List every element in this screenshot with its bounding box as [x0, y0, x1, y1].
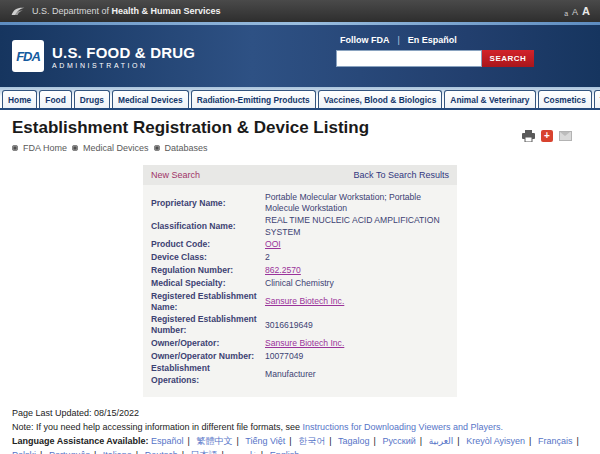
language-link[interactable]: فارسی	[230, 450, 267, 454]
hhs-eagle-icon	[10, 4, 26, 18]
nav-tab-vaccines-blood-biologics[interactable]: Vaccines, Blood & Biologics	[318, 90, 443, 108]
classification-name-value: REAL TIME NUCLEIC ACID AMPLIFICATION SYS…	[265, 215, 449, 237]
breadcrumb-fda-home[interactable]: FDA Home	[23, 143, 67, 153]
results-panel-body: Proprietary Name:Portable Molecular Work…	[143, 185, 457, 397]
brand-line1: U.S. FOOD & DRUG	[52, 44, 195, 61]
row-label: Proprietary Name:	[151, 198, 265, 209]
language-link[interactable]: Tagalog	[338, 436, 380, 446]
table-row: Owner/Operator Number:10077049	[151, 350, 449, 362]
table-row: Owner/Operator:Sansure Biotech Inc.	[151, 337, 449, 349]
language-link[interactable]: 日本語	[191, 450, 228, 454]
main-content: Establishment Registration & Device List…	[0, 110, 600, 454]
page-title: Establishment Registration & Device List…	[12, 118, 600, 138]
table-row: Registered Establishment Number:30166196…	[151, 314, 449, 336]
table-row: Device Class:2	[151, 252, 449, 264]
results-panel: New Search Back To Search Results Propri…	[143, 165, 457, 397]
viewers-players-link[interactable]: Instructions for Downloading Viewers and…	[303, 422, 503, 432]
language-link[interactable]: 한국어	[298, 436, 335, 446]
header-links: Follow FDA En Español	[340, 35, 566, 45]
nav-tab-cosmetics[interactable]: Cosmetics	[538, 90, 592, 108]
medical-specialty-value: Clinical Chemistry	[265, 278, 334, 289]
follow-fda-link[interactable]: Follow FDA	[340, 35, 408, 45]
results-panel-header: New Search Back To Search Results	[143, 165, 457, 185]
establishment-operations-value: Manufacturer	[265, 369, 316, 380]
nav-tab-radiation-emitting-products[interactable]: Radiation-Emitting Products	[191, 90, 316, 108]
row-label: Registered Establishment Name:	[151, 291, 265, 313]
main-nav: Home Food Drugs Medical Devices Radiatio…	[0, 87, 600, 110]
language-link[interactable]: English	[270, 450, 300, 454]
language-link[interactable]: العربية	[429, 436, 464, 446]
table-row: Registered Establishment Name:Sansure Bi…	[151, 291, 449, 313]
new-search-link[interactable]: New Search	[151, 170, 200, 180]
row-label: Owner/Operator:	[151, 338, 265, 349]
nav-tab-home[interactable]: Home	[2, 90, 37, 108]
nav-tab-animal-veterinary[interactable]: Animal & Veterinary	[444, 90, 535, 108]
gov-bar: U.S. Department of Health & Human Servic…	[0, 0, 600, 22]
language-assistance: Language Assistance Available: Español 繁…	[12, 435, 588, 454]
nav-tab-medical-devices[interactable]: Medical Devices	[112, 90, 189, 108]
font-size-large-button[interactable]: A	[582, 5, 590, 17]
row-label: Registered Establishment Number:	[151, 314, 265, 336]
breadcrumb: FDA Home Medical Devices Databases	[12, 143, 600, 153]
fda-brand: U.S. FOOD & DRUG ADMINISTRATION	[52, 44, 195, 69]
page-action-icons: +	[522, 130, 572, 142]
breadcrumb-medical-devices[interactable]: Medical Devices	[83, 143, 149, 153]
table-row: Regulation Number:862.2570	[151, 265, 449, 277]
header-search: SEARCH	[336, 50, 566, 67]
share-icon[interactable]: +	[541, 130, 553, 142]
header-search-button[interactable]: SEARCH	[482, 50, 534, 67]
language-link[interactable]: Español	[151, 436, 194, 446]
table-row: Establishment Operations:Manufacturer	[151, 363, 449, 385]
font-size-controls: a A A	[564, 5, 590, 17]
fda-logo[interactable]: FDA	[12, 40, 44, 72]
regulation-number-link[interactable]: 862.2570	[265, 265, 301, 276]
language-link[interactable]: Polski	[12, 450, 46, 454]
language-link[interactable]: Tiếng Việt	[245, 436, 295, 446]
back-to-search-results-link[interactable]: Back To Search Results	[354, 170, 449, 180]
row-label: Establishment Operations:	[151, 363, 265, 385]
language-link[interactable]: Português	[49, 450, 100, 454]
print-icon[interactable]	[522, 130, 535, 142]
language-link[interactable]: 繁體中文	[196, 436, 242, 446]
owner-operator-number-value: 10077049	[265, 351, 303, 362]
nav-tab-tobacco-products[interactable]: Tobacco Products	[594, 90, 600, 108]
formats-note: Note: If you need help accessing informa…	[12, 421, 588, 435]
language-link[interactable]: Français	[538, 436, 583, 446]
footnotes: Page Last Updated: 08/15/2022 Note: If y…	[12, 407, 588, 454]
language-link[interactable]: Kreyòl Ayisyen	[466, 436, 535, 446]
language-link[interactable]: Русский	[382, 436, 426, 446]
breadcrumb-databases[interactable]: Databases	[165, 143, 208, 153]
nav-tab-drugs[interactable]: Drugs	[74, 90, 110, 108]
table-row: Classification Name:REAL TIME NUCLEIC AC…	[151, 215, 449, 237]
font-size-medium-button[interactable]: A	[572, 7, 578, 17]
fda-header: FDA U.S. FOOD & DRUG ADMINISTRATION Foll…	[0, 25, 600, 87]
breadcrumb-bullet-icon	[72, 145, 78, 151]
registered-establishment-number-value: 3016619649	[265, 320, 313, 331]
page-last-updated: Page Last Updated: 08/15/2022	[12, 407, 588, 421]
en-espanol-link[interactable]: En Español	[408, 35, 457, 45]
email-icon[interactable]	[559, 131, 572, 141]
row-label: Owner/Operator Number:	[151, 351, 265, 362]
font-size-small-button[interactable]: a	[564, 10, 568, 17]
row-label: Product Code:	[151, 239, 265, 250]
owner-operator-link[interactable]: Sansure Biotech Inc.	[265, 338, 344, 349]
product-code-link[interactable]: OOI	[265, 239, 281, 250]
language-link[interactable]: Italiano	[103, 450, 142, 454]
row-label: Medical Specialty:	[151, 278, 265, 289]
brand-line2: ADMINISTRATION	[52, 62, 195, 69]
language-link[interactable]: Deutsch	[145, 450, 188, 454]
breadcrumb-bullet-icon	[12, 145, 18, 151]
language-assistance-label: Language Assistance Available:	[12, 436, 151, 446]
header-right: Follow FDA En Español SEARCH	[336, 35, 566, 67]
header-search-input[interactable]	[336, 50, 482, 67]
table-row: Medical Specialty:Clinical Chemistry	[151, 278, 449, 290]
nav-tab-food[interactable]: Food	[39, 90, 71, 108]
registered-establishment-name-link[interactable]: Sansure Biotech Inc.	[265, 296, 344, 307]
proprietary-name-value: Portable Molecular Workstation; Portable…	[265, 192, 449, 214]
breadcrumb-bullet-icon	[154, 145, 160, 151]
row-label: Classification Name:	[151, 221, 265, 232]
device-class-value: 2	[265, 252, 270, 263]
gov-bar-text: U.S. Department of Health & Human Servic…	[32, 6, 221, 16]
row-label: Regulation Number:	[151, 265, 265, 276]
table-row: Product Code:OOI	[151, 239, 449, 251]
